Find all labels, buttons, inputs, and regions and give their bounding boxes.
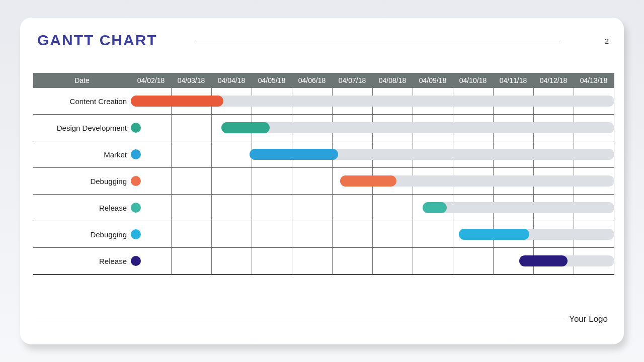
task-bar-3: [340, 175, 396, 187]
gantt-row-2: Market: [33, 141, 614, 168]
gridline: [332, 195, 333, 221]
gridline: [413, 195, 413, 221]
gridline: [171, 141, 172, 167]
gantt-row-0: Content Creation: [33, 88, 614, 115]
gridline: [292, 248, 292, 274]
task-track-1: [221, 122, 614, 133]
gridline: [292, 221, 292, 247]
gridline: [171, 115, 172, 141]
date-col-4: 04/06/18: [292, 73, 332, 88]
task-label-3: Debugging: [33, 168, 131, 194]
gridline: [332, 248, 333, 274]
date-col-6: 04/08/18: [372, 73, 413, 88]
header-label: Date: [33, 73, 131, 88]
task-label-1: Design Development: [33, 115, 131, 141]
date-col-11: 04/13/18: [574, 73, 614, 88]
slide: GANTT CHART 2 Date04/02/1804/03/1804/04/…: [20, 18, 624, 344]
task-bar-1: [221, 122, 270, 133]
date-col-0: 04/02/18: [131, 73, 171, 88]
gantt-row-3: Debugging: [33, 168, 614, 195]
gantt-row-1: Design Development: [33, 115, 614, 141]
title-divider: [194, 42, 560, 42]
task-label-0: Content Creation: [33, 88, 131, 114]
gridline: [171, 221, 172, 247]
gridline: [171, 195, 172, 221]
page-number: 2: [605, 37, 609, 45]
task-marker-1: [131, 123, 141, 133]
gridline: [372, 195, 373, 221]
date-col-8: 04/10/18: [453, 73, 493, 88]
gridline: [372, 248, 373, 274]
gantt-header: Date04/02/1804/03/1804/04/1804/05/1804/0…: [33, 73, 614, 88]
task-label-6: Release: [33, 248, 131, 274]
date-col-3: 04/05/18: [252, 73, 292, 88]
gridline: [252, 195, 252, 221]
gridline: [493, 248, 494, 274]
gridline: [413, 248, 413, 274]
chart-baseline: [33, 275, 614, 275]
gridline: [292, 168, 292, 194]
date-col-7: 04/09/18: [413, 73, 453, 88]
gridline: [453, 248, 453, 274]
task-marker-6: [131, 256, 141, 266]
gridline: [332, 168, 333, 194]
gridline: [252, 168, 252, 194]
gridline: [171, 168, 172, 194]
task-marker-5: [131, 229, 141, 239]
gridline: [171, 248, 172, 274]
task-bar-5: [459, 229, 529, 240]
date-col-1: 04/03/18: [171, 73, 211, 88]
gridline: [211, 115, 212, 141]
gridline: [453, 221, 453, 247]
task-label-2: Market: [33, 141, 131, 167]
task-bar-2: [250, 149, 338, 160]
gantt-row-5: Debugging: [33, 221, 614, 248]
chart-title: GANTT CHART: [37, 32, 157, 49]
task-marker-4: [131, 203, 141, 213]
gridline: [332, 221, 333, 247]
footer-logo: Your Logo: [569, 314, 608, 324]
gridline: [413, 221, 413, 247]
gridline: [211, 221, 212, 247]
task-marker-3: [131, 176, 141, 186]
gridline: [211, 141, 212, 167]
gridline: [252, 248, 252, 274]
task-marker-2: [131, 149, 141, 159]
gantt-chart: Date04/02/1804/03/1804/04/1804/05/1804/0…: [33, 73, 614, 275]
task-bar-6: [519, 255, 568, 266]
task-bar-4: [423, 202, 447, 213]
date-col-5: 04/07/18: [332, 73, 372, 88]
gridline: [211, 168, 212, 194]
gridline: [211, 195, 212, 221]
gridline: [211, 248, 212, 274]
task-track-4: [423, 202, 614, 213]
gantt-row-6: Release: [33, 248, 614, 275]
date-col-9: 04/11/18: [493, 73, 533, 88]
task-bar-0: [131, 96, 223, 107]
gridline: [372, 221, 373, 247]
task-label-4: Release: [33, 195, 131, 221]
date-col-10: 04/12/18: [533, 73, 574, 88]
gridline: [252, 221, 252, 247]
date-col-2: 04/04/18: [211, 73, 252, 88]
gantt-row-4: Release: [33, 195, 614, 221]
task-label-5: Debugging: [33, 221, 131, 247]
gridline: [292, 195, 292, 221]
footer-divider: [36, 318, 565, 318]
